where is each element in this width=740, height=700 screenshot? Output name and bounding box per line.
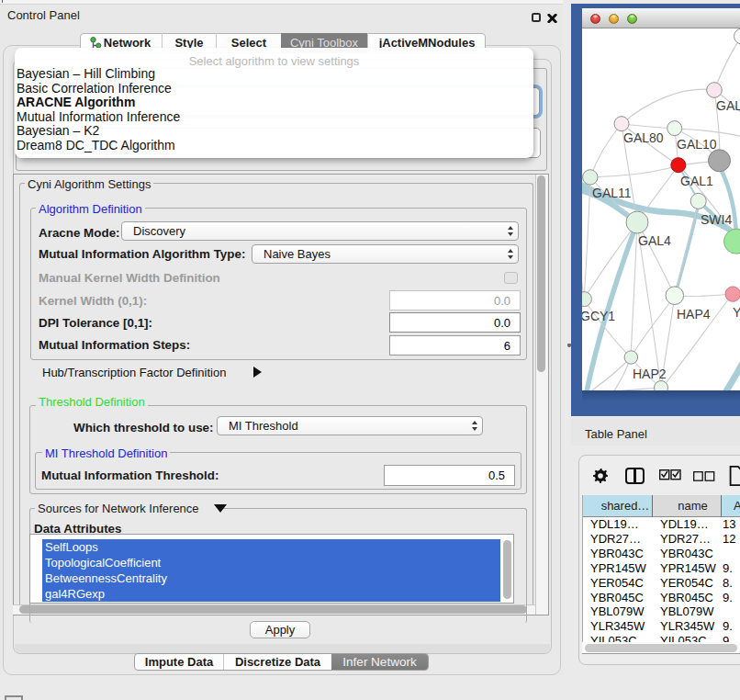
svg-text:HAP2: HAP2 [633, 367, 667, 381]
svg-text:GAL10: GAL10 [677, 137, 717, 152]
svg-text:GCY1: GCY1 [582, 309, 615, 323]
svg-text:GAL4: GAL4 [638, 233, 671, 248]
svg-text:Y: Y [733, 305, 740, 320]
svg-text:GAL80: GAL80 [623, 130, 664, 145]
svg-text:GAL7: GAL7 [716, 98, 740, 113]
svg-text:SWI4: SWI4 [701, 212, 732, 227]
svg-text:GAL11: GAL11 [592, 186, 632, 200]
svg-text:HAP4: HAP4 [677, 307, 711, 322]
svg-text:GAL1: GAL1 [680, 174, 713, 188]
